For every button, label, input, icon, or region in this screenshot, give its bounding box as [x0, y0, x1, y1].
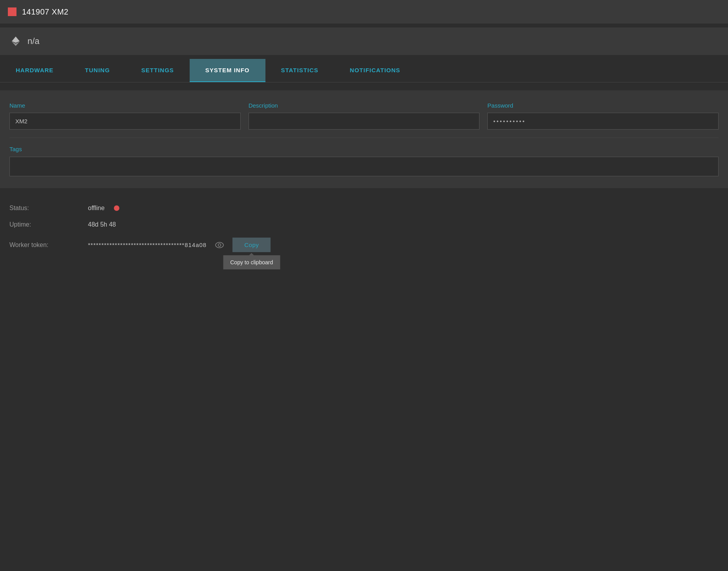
form-group-password: Password	[487, 102, 719, 130]
tab-settings[interactable]: SETTINGS	[126, 59, 190, 82]
tab-system-info[interactable]: SYSTEM INFO	[190, 59, 265, 82]
show-token-button[interactable]	[213, 240, 226, 251]
form-row-main: Name Description Password	[9, 102, 719, 130]
tags-input[interactable]	[9, 157, 719, 176]
sub-header-text: n/a	[27, 36, 40, 46]
worker-token-label: Worker token:	[9, 242, 88, 249]
status-row: Status: offline	[9, 200, 719, 216]
name-label: Name	[9, 102, 241, 109]
svg-point-2	[216, 242, 223, 248]
worker-token-text: ************************************814a…	[88, 242, 207, 248]
status-text: offline	[88, 205, 104, 212]
tags-section: Tags	[9, 137, 719, 176]
uptime-label: Uptime:	[9, 221, 88, 228]
tab-hardware[interactable]: HARDWARE	[0, 59, 69, 82]
status-label: Status:	[9, 205, 88, 212]
password-input[interactable]	[487, 113, 719, 130]
copy-button-container: Copy Copy to clipboard	[232, 238, 271, 252]
form-group-name: Name	[9, 102, 241, 130]
copy-tooltip: Copy to clipboard	[223, 255, 280, 269]
status-dot-offline	[114, 205, 119, 211]
tab-statistics[interactable]: STATISTICS	[265, 59, 334, 82]
description-label: Description	[249, 102, 480, 109]
form-group-description: Description	[249, 102, 480, 130]
eth-icon	[9, 35, 22, 48]
sub-header: n/a	[0, 27, 728, 55]
page-title: 141907 XM2	[22, 7, 68, 16]
svg-point-3	[218, 243, 221, 246]
tabs-container: HARDWARE TUNING SETTINGS SYSTEM INFO STA…	[0, 59, 728, 82]
top-header: 141907 XM2	[0, 0, 728, 24]
status-value: offline	[88, 205, 119, 212]
worker-token-value-container: ************************************814a…	[88, 238, 271, 252]
info-section: Status: offline Uptime: 48d 5h 48 Worker…	[0, 188, 728, 269]
uptime-value: 48d 5h 48	[88, 221, 116, 228]
tab-tuning[interactable]: TUNING	[69, 59, 126, 82]
svg-marker-0	[12, 37, 20, 43]
description-input[interactable]	[249, 113, 480, 130]
status-indicator	[8, 7, 16, 16]
uptime-row: Uptime: 48d 5h 48	[9, 216, 719, 233]
tab-notifications[interactable]: NOTIFICATIONS	[334, 59, 416, 82]
copy-token-button[interactable]: Copy	[232, 238, 271, 252]
password-label: Password	[487, 102, 719, 109]
worker-token-row: Worker token: **************************…	[9, 233, 719, 257]
form-section: Name Description Password Tags	[0, 90, 728, 188]
tags-label: Tags	[9, 146, 22, 152]
name-input[interactable]	[9, 113, 241, 130]
